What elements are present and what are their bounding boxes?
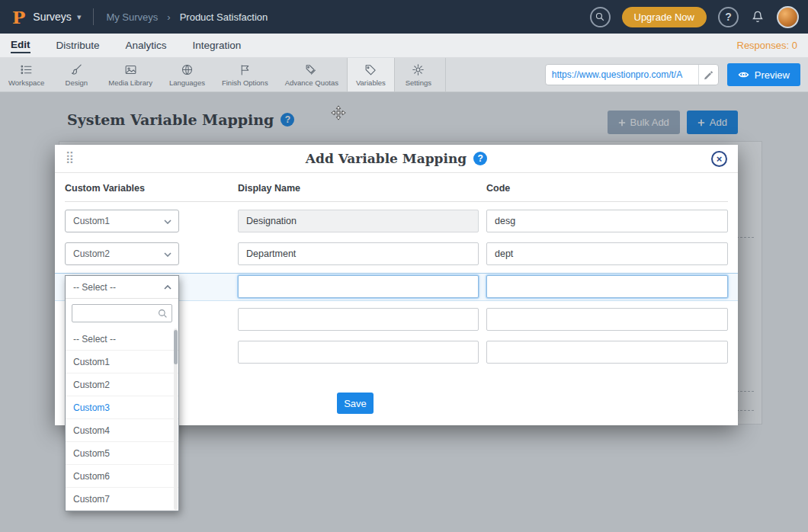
tool-label: Design — [66, 79, 88, 87]
breadcrumb-separator: › — [167, 11, 170, 23]
chevron-down-icon — [164, 220, 172, 224]
caret-down-icon: ▾ — [77, 12, 82, 22]
dropdown-search — [66, 299, 178, 328]
tab-edit[interactable]: Edit — [11, 37, 30, 53]
dropdown-selected[interactable]: -- Select -- — [66, 276, 178, 299]
dropdown-option-custom6[interactable]: Custom6 — [66, 465, 178, 488]
toolbar-divider — [445, 58, 446, 91]
mapping-row-2: Custom2 — [65, 242, 728, 265]
modal-header: ⣿ Add Variable Mapping ? × — [55, 145, 738, 173]
eye-icon — [738, 70, 749, 79]
tags-icon — [305, 63, 318, 76]
modal-title-wrap: Add Variable Mapping ? — [306, 151, 487, 166]
display-name-input[interactable] — [238, 308, 479, 331]
toolbar-right: https://www.questionpro.com/t/A Preview — [545, 58, 808, 91]
tool-advance-quotas[interactable]: Advance Quotas — [277, 58, 347, 91]
edit-toolbar: Workspace Design Media Library Languages… — [0, 58, 808, 92]
chevron-down-icon — [164, 252, 172, 257]
column-header-code: Code — [486, 183, 510, 194]
preview-label: Preview — [755, 69, 790, 81]
tool-languages[interactable]: Languages — [161, 58, 213, 91]
dropdown-selected-label: -- Select -- — [73, 282, 116, 293]
column-header-display-name: Display Name — [238, 183, 300, 194]
custom-variable-select[interactable]: Custom1 — [65, 210, 179, 232]
code-input[interactable] — [486, 308, 728, 331]
code-input[interactable] — [486, 341, 728, 364]
display-name-input[interactable] — [238, 210, 479, 232]
page: P Surveys ▾ My Surveys › Product Satisfa… — [0, 0, 808, 532]
surveys-menu-label: Surveys — [33, 11, 72, 23]
breadcrumb: My Surveys › Product Satisfaction — [106, 11, 268, 23]
help-button[interactable]: ? — [718, 7, 739, 27]
pencil-icon — [704, 70, 713, 80]
display-name-input[interactable] — [238, 275, 479, 298]
avatar[interactable] — [777, 6, 799, 28]
tool-settings[interactable]: Settings — [395, 58, 442, 91]
search-icon — [157, 308, 168, 319]
survey-url-input[interactable]: https://www.questionpro.com/t/A — [545, 64, 719, 85]
upgrade-button[interactable]: Upgrade Now — [622, 7, 707, 27]
display-name-input[interactable] — [238, 242, 479, 265]
surveys-menu[interactable]: Surveys ▾ — [33, 11, 81, 23]
notifications-button[interactable] — [750, 9, 765, 24]
tool-workspace[interactable]: Workspace — [0, 58, 53, 91]
dropdown-option-custom2[interactable]: Custom2 — [66, 373, 178, 396]
tool-label: Variables — [356, 79, 386, 87]
close-icon: × — [717, 154, 723, 164]
tool-label: Settings — [406, 79, 431, 87]
dropdown-search-box — [72, 304, 172, 322]
dropdown-option-custom5[interactable]: Custom5 — [66, 442, 178, 465]
dropdown-option-custom4[interactable]: Custom4 — [66, 419, 178, 442]
close-button[interactable]: × — [711, 151, 727, 167]
column-headers: Custom Variables Display Name Code — [65, 183, 728, 202]
topbar: P Surveys ▾ My Surveys › Product Satisfa… — [0, 0, 808, 34]
code-input[interactable] — [486, 210, 728, 232]
topbar-divider — [93, 8, 94, 25]
dropdown-option-custom7[interactable]: Custom7 — [66, 488, 178, 511]
tool-label: Finish Options — [222, 79, 268, 87]
flag-icon — [239, 63, 252, 76]
tag-icon — [364, 63, 377, 76]
dropdown-scrollbar-thumb[interactable] — [174, 330, 178, 364]
tab-analytics[interactable]: Analytics — [126, 38, 167, 53]
custom-variable-value: Custom2 — [73, 248, 110, 259]
gear-icon — [412, 63, 425, 76]
dropdown-option-select[interactable]: -- Select -- — [66, 328, 178, 351]
custom-variable-dropdown: -- Select -- -- Select -- Custom1 Custom… — [65, 275, 179, 511]
drag-handle-icon[interactable]: ⣿ — [66, 151, 74, 162]
dropdown-scrollbar-track[interactable] — [174, 328, 178, 510]
modal-help-icon[interactable]: ? — [473, 152, 487, 165]
tool-variables[interactable]: Variables — [347, 58, 395, 91]
tool-design[interactable]: Design — [53, 58, 100, 91]
custom-variable-select[interactable]: Custom2 — [65, 242, 179, 265]
mapping-row-1: Custom1 — [65, 210, 728, 232]
bell-icon — [750, 9, 765, 24]
tab-integration[interactable]: Integration — [193, 38, 242, 53]
code-input[interactable] — [486, 242, 728, 265]
tab-distribute[interactable]: Distribute — [56, 38, 100, 53]
column-header-custom-variables: Custom Variables — [65, 183, 145, 194]
tool-label: Media Library — [108, 79, 152, 87]
image-icon — [124, 63, 137, 76]
tool-finish-options[interactable]: Finish Options — [213, 58, 277, 91]
tool-media-library[interactable]: Media Library — [100, 58, 161, 91]
tool-label: Workspace — [8, 79, 44, 87]
responses-count: Responses: 0 — [737, 40, 798, 51]
list-icon — [20, 63, 33, 76]
dropdown-option-custom1[interactable]: Custom1 — [66, 351, 178, 373]
breadcrumb-parent[interactable]: My Surveys — [106, 11, 158, 23]
search-button[interactable] — [590, 7, 611, 27]
dropdown-options-list: -- Select -- Custom1 Custom2 Custom3 Cus… — [66, 328, 178, 511]
search-icon — [595, 11, 605, 22]
preview-button[interactable]: Preview — [727, 63, 800, 86]
tool-label: Languages — [169, 79, 205, 87]
survey-url-text: https://www.questionpro.com/t/A — [546, 69, 698, 80]
display-name-input[interactable] — [238, 341, 479, 364]
brush-icon — [70, 63, 83, 76]
save-button[interactable]: Save — [337, 393, 374, 414]
code-input[interactable] — [486, 275, 728, 298]
edit-url-button[interactable] — [698, 65, 718, 85]
questionpro-logo: P — [12, 7, 25, 27]
topbar-actions: Upgrade Now ? — [590, 6, 800, 28]
dropdown-option-custom3[interactable]: Custom3 — [66, 396, 178, 419]
